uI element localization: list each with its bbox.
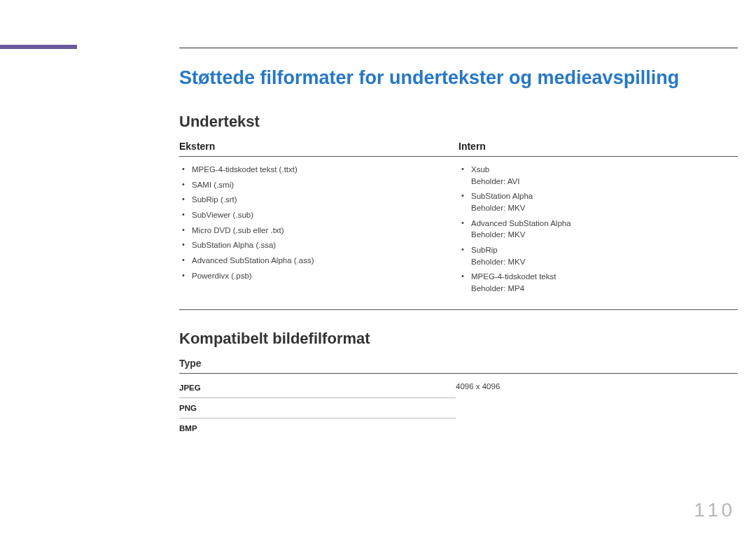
image-format-heading: Kompatibelt bildefilformat bbox=[179, 330, 738, 348]
item-main: Advanced SubStation Alpha bbox=[471, 219, 571, 227]
ekstern-column: MPEG-4-tidskodet tekst (.ttxt) SAMI (.sm… bbox=[179, 164, 458, 298]
ekstern-list: MPEG-4-tidskodet tekst (.ttxt) SAMI (.sm… bbox=[179, 164, 450, 281]
type-column-heading: Type bbox=[179, 358, 738, 374]
ekstern-heading: Ekstern bbox=[179, 141, 458, 152]
type-value: 4096 x 4096 bbox=[456, 382, 500, 391]
page-content: Støttede filformater for undertekster og… bbox=[179, 63, 738, 438]
intern-heading: Intern bbox=[458, 141, 738, 152]
table-row: PNG bbox=[179, 398, 456, 419]
item-sub: Beholder: MKV bbox=[471, 256, 729, 268]
list-item: Micro DVD (.sub eller .txt) bbox=[179, 225, 450, 237]
section-indicator-bar bbox=[0, 45, 77, 49]
list-item: Advanced SubStation Alpha (.ass) bbox=[179, 255, 450, 267]
table-row: JPEG bbox=[179, 378, 456, 398]
type-label: PNG bbox=[179, 404, 456, 412]
list-item: MPEG-4-tidskodet tekstBeholder: MP4 bbox=[458, 271, 729, 294]
list-item: SubRipBeholder: MKV bbox=[458, 244, 729, 267]
item-sub: Beholder: AVI bbox=[471, 176, 729, 188]
list-item: MPEG-4-tidskodet tekst (.ttxt) bbox=[179, 164, 450, 176]
item-sub: Beholder: MKV bbox=[471, 229, 729, 241]
item-sub: Beholder: MP4 bbox=[471, 283, 729, 295]
type-label: BMP bbox=[179, 424, 456, 433]
item-main: Xsub bbox=[471, 165, 489, 174]
subtitle-columns-header: Ekstern Intern bbox=[179, 141, 738, 157]
list-item: SubRip (.srt) bbox=[179, 194, 450, 206]
table-row: BMP bbox=[179, 419, 456, 438]
list-item: XsubBeholder: AVI bbox=[458, 164, 729, 187]
item-main: SubStation Alpha bbox=[471, 192, 533, 200]
item-sub: Beholder: MKV bbox=[471, 202, 729, 214]
list-item: SAMI (.smi) bbox=[179, 179, 450, 191]
type-label: JPEG bbox=[179, 384, 456, 392]
page-number: 110 bbox=[694, 499, 735, 521]
image-format-table: Type JPEG 4096 x 4096 PNG BMP bbox=[179, 358, 738, 438]
page-title: Støttede filformater for undertekster og… bbox=[179, 67, 738, 89]
list-item: Advanced SubStation AlphaBeholder: MKV bbox=[458, 218, 729, 241]
list-item: SubStation AlphaBeholder: MKV bbox=[458, 190, 729, 213]
item-main: SubRip bbox=[471, 246, 498, 254]
item-main: MPEG-4-tidskodet tekst bbox=[471, 272, 556, 281]
top-divider bbox=[179, 48, 738, 48]
list-item: Powerdivx (.psb) bbox=[179, 270, 450, 282]
list-item: SubStation Alpha (.ssa) bbox=[179, 239, 450, 251]
subtitle-columns: MPEG-4-tidskodet tekst (.ttxt) SAMI (.sm… bbox=[179, 164, 738, 310]
intern-column: XsubBeholder: AVI SubStation AlphaBehold… bbox=[458, 164, 738, 298]
subtitle-heading: Undertekst bbox=[179, 113, 738, 131]
list-item: SubViewer (.sub) bbox=[179, 209, 450, 221]
intern-list: XsubBeholder: AVI SubStation AlphaBehold… bbox=[458, 164, 729, 295]
